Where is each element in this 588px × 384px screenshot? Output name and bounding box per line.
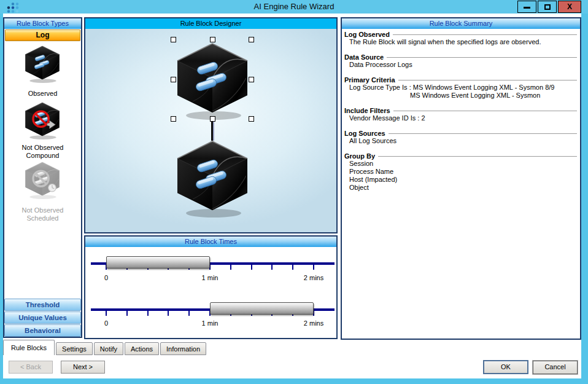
tick-mark (292, 265, 293, 270)
selection-handle[interactable] (249, 116, 254, 122)
summary-line: All Log Sources (344, 137, 577, 145)
summary-section-title-row: Data Source (344, 53, 577, 61)
time-axis-label: 1 min (202, 274, 219, 281)
tab-settings[interactable]: Settings (56, 342, 93, 355)
time-axis-label: 0 (104, 319, 108, 327)
summary-section-title: Log Sources (344, 130, 385, 137)
ok-button[interactable]: OK (483, 360, 528, 374)
summary-section-primary-criteria: Primary CriteriaLog Source Type Is : MS … (344, 76, 577, 100)
selection-handle[interactable] (249, 77, 254, 82)
wizard-tabstrip: Rule BlocksSettingsNotifyActionsInformat… (3, 340, 267, 355)
tick-mark (188, 311, 190, 316)
category-threshold-button[interactable]: Threshold (4, 299, 81, 311)
category-behavioral-button[interactable]: Behavioral (4, 324, 81, 337)
summary-section-title: Primary Criteria (344, 76, 395, 84)
block-connector-line (211, 122, 214, 141)
summary-section-log-observed: Log ObservedThe Rule Block will signal w… (344, 31, 577, 46)
summary-section-title-row: Include Filters (344, 107, 577, 114)
rule-block-cube-1[interactable] (176, 42, 249, 122)
selection-handle[interactable] (210, 37, 215, 42)
summary-section-title: Group By (344, 152, 375, 160)
close-icon: X (567, 2, 572, 11)
category-log-button[interactable]: Log (5, 29, 80, 41)
window-border-right (581, 14, 588, 379)
summary-section-title-row: Log Sources (344, 130, 577, 137)
summary-section-title-row: Group By (344, 152, 577, 160)
maximize-button[interactable] (538, 1, 557, 13)
time-range-bar[interactable] (210, 302, 314, 315)
window-border-bottom (0, 378, 588, 384)
rule-block-times-header: Rule Block Times (85, 237, 336, 247)
summary-line: Session (344, 160, 577, 168)
close-button[interactable]: X (558, 1, 581, 13)
selection-handle[interactable] (171, 77, 176, 82)
summary-section-rule (398, 80, 577, 81)
rule-block-summary-header: Rule Block Summary (342, 18, 580, 29)
summary-section-title: Include Filters (344, 107, 390, 114)
minimize-icon (524, 7, 530, 9)
summary-section-title: Data Source (344, 53, 384, 61)
summary-line: Log Source Type Is : MS Windows Event Lo… (344, 84, 577, 92)
summary-section-rule (387, 57, 577, 58)
time-axis-label: 1 min (202, 319, 219, 327)
rule-block-types-header: Rule Block Types (4, 18, 81, 29)
summary-section-data-source: Data SourceData Processor Logs (344, 53, 577, 69)
designer-canvas[interactable] (85, 29, 336, 232)
rule-block-designer-panel: Rule Block Designer (84, 17, 338, 233)
tab-rule-blocks[interactable]: Rule Blocks (3, 340, 55, 355)
time-axis-label: 2 mins (304, 319, 323, 327)
summary-section-title: Log Observed (344, 31, 390, 38)
summary-section-rule (389, 133, 577, 135)
summary-line: MS Windows Event Logging XML - Sysmon (344, 92, 577, 100)
tick-mark (313, 265, 314, 270)
ai-engine-rule-wizard-window: AI Engine Rule Wizard X Rule Block Types… (0, 0, 588, 384)
summary-line: Vendor Message ID Is : 2 (344, 114, 577, 122)
summary-section-title-row: Primary Criteria (344, 76, 577, 84)
summary-section-rule (393, 34, 577, 36)
rule-block-type-not-observed-scheduled-label: Not Observed Scheduled (4, 206, 81, 222)
selection-handle[interactable] (171, 37, 176, 42)
tab-actions[interactable]: Actions (125, 342, 159, 355)
summary-line: Data Processor Logs (344, 61, 577, 69)
summary-line: Object (344, 184, 577, 192)
not-observed-scheduled-cube-icon (25, 162, 60, 200)
tick-mark (147, 311, 149, 316)
rule-block-summary-panel: Rule Block Summary Log ObservedThe Rule … (341, 17, 581, 340)
time-range-bar[interactable] (106, 256, 210, 268)
category-unique-values-button[interactable]: Unique Values (4, 312, 81, 324)
rule-block-summary-content: Log ObservedThe Rule Block will signal w… (342, 29, 580, 339)
rule-block-types-panel: Rule Block Types Log Observed Not Observ… (3, 17, 82, 338)
rule-block-designer-header: Rule Block Designer (85, 18, 336, 29)
selection-handle[interactable] (249, 37, 254, 42)
selection-handle[interactable] (171, 116, 176, 122)
summary-section-rule (393, 111, 577, 112)
minimize-button[interactable] (517, 1, 536, 13)
tab-notify[interactable]: Notify (94, 342, 123, 355)
summary-section-group-by: Group BySessionProcess NameHost (Impacte… (344, 152, 577, 192)
time-axis-label: 2 mins (304, 274, 323, 281)
selection-handle[interactable] (210, 116, 215, 122)
time-axis-label: 0 (104, 274, 108, 281)
window-title: AI Engine Rule Wizard (0, 0, 588, 14)
rule-block-type-observed-label[interactable]: Observed (4, 90, 81, 98)
maximize-icon (544, 4, 551, 10)
summary-section-rule (378, 156, 577, 157)
next-button[interactable]: Next > (61, 361, 105, 374)
summary-line: Process Name (344, 168, 577, 176)
rule-block-times-area: 01 min2 mins01 min2 mins (85, 247, 336, 338)
tick-mark (271, 265, 273, 270)
summary-line: The Rule Block will signal when the spec… (344, 38, 577, 46)
cancel-button[interactable]: Cancel (533, 361, 578, 374)
rule-block-type-not-observed-compound-label[interactable]: Not Observed Compound (4, 144, 81, 160)
tick-mark (106, 311, 107, 316)
rule-block-cube-2[interactable] (176, 140, 249, 220)
tick-mark (251, 265, 252, 270)
tick-mark (230, 265, 231, 270)
titlebar: AI Engine Rule Wizard X (0, 0, 588, 14)
summary-section-log-sources: Log SourcesAll Log Sources (344, 130, 577, 145)
back-button: < Back (9, 361, 53, 374)
not-observed-compound-cube-icon[interactable] (25, 102, 60, 141)
tab-information[interactable]: Information (160, 342, 206, 355)
log-observed-cube-icon[interactable] (25, 45, 60, 84)
tick-mark (168, 311, 169, 316)
